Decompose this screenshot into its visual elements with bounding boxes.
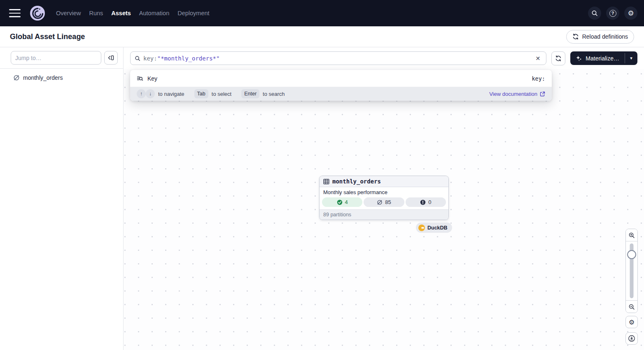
reload-icon (572, 33, 579, 40)
nav-item-overview[interactable]: Overview (56, 10, 81, 16)
lineage-graph-canvas[interactable]: key:"*monthly_orders*" ✕ (124, 47, 644, 350)
graph-toolbar: key:"*monthly_orders*" ✕ (124, 47, 644, 69)
materialized-count-badge[interactable]: 4 (322, 197, 362, 207)
materialize-button[interactable]: Materialize… (570, 51, 625, 65)
collapse-sidebar-button[interactable] (104, 51, 118, 65)
zoom-in-icon (628, 232, 635, 239)
search-query-value: key:"*monthly_orders*" (143, 55, 219, 62)
reload-definitions-button[interactable]: Reload definitions (566, 30, 634, 44)
primary-nav: Overview Runs Assets Automation Deployme… (56, 10, 210, 16)
help-icon[interactable]: ? (606, 7, 619, 20)
hint-search: to search (263, 91, 285, 97)
suggestion-row-key[interactable]: Key key: (130, 70, 552, 87)
zoom-in-button[interactable] (626, 229, 637, 241)
arrow-up-icon[interactable]: ↑ (137, 89, 146, 98)
search-icon[interactable] (588, 7, 601, 20)
refresh-graph-button[interactable] (551, 51, 565, 65)
arrow-down-icon[interactable]: ↓ (146, 89, 155, 98)
download-circle-icon (628, 335, 635, 342)
topnav-actions: ? ⚙ (588, 7, 637, 20)
asset-node-partitions: 89 partitions (320, 209, 448, 220)
tab-key-badge: Tab (194, 89, 208, 98)
asset-sidebar: monthly_orders (0, 47, 124, 350)
zoom-controls (625, 229, 638, 313)
clear-search-icon[interactable]: ✕ (533, 53, 543, 63)
missing-count-badge[interactable]: 85 (364, 197, 404, 207)
search-icon (135, 56, 140, 61)
dagster-logo-icon[interactable] (30, 5, 45, 21)
nav-item-deployment[interactable]: Deployment (177, 10, 209, 16)
graph-settings-button[interactable]: ⚙ (625, 316, 638, 328)
nav-item-automation[interactable]: Automation (139, 10, 169, 16)
hint-navigate: to navigate (158, 91, 184, 97)
sidebar-item-label: monthly_orders (23, 74, 63, 81)
asset-node-monthly-orders[interactable]: monthly_orders Monthly sales performance… (319, 176, 449, 220)
alert-circle-icon (420, 199, 426, 205)
filter-search-icon (137, 75, 143, 82)
duckdb-label: DuckDB (427, 225, 448, 231)
enter-key-badge: Enter (241, 89, 259, 98)
search-suggestions-dropdown: Key key: ↑ ↓ to navigate Tab to select E… (130, 70, 552, 101)
page-header: Global Asset Lineage Reload definitions (0, 26, 644, 47)
reload-definitions-label: Reload definitions (582, 33, 628, 40)
check-circle-icon (337, 199, 343, 205)
settings-gear-icon[interactable]: ⚙ (624, 7, 637, 20)
nav-item-runs[interactable]: Runs (89, 10, 103, 16)
zoom-slider[interactable] (626, 241, 637, 300)
asset-node-badges: 4 85 0 (320, 196, 448, 209)
asset-node-header: monthly_orders (320, 176, 448, 187)
search-hints-bar: ↑ ↓ to navigate Tab to select Enter to s… (130, 87, 552, 101)
missing-circle-icon (377, 199, 383, 205)
caret-down-icon: ▾ (630, 56, 632, 61)
missing-count-value: 85 (385, 199, 391, 205)
suggestion-token: key: (532, 75, 545, 82)
suggestion-label: Key (147, 75, 157, 82)
materialized-count-value: 4 (345, 199, 348, 205)
table-icon (323, 178, 329, 185)
sidebar-jump-row (0, 47, 123, 69)
failed-count-value: 0 (428, 199, 431, 205)
asset-node-description: Monthly sales performance (320, 187, 448, 196)
duckdb-resource-badge[interactable]: DuckDB (416, 223, 452, 233)
download-image-button[interactable] (625, 332, 638, 345)
asset-search-input[interactable]: key:"*monthly_orders*" ✕ (130, 51, 546, 65)
hamburger-menu-icon[interactable] (9, 9, 21, 17)
zoom-out-icon (628, 304, 635, 310)
materialize-label: Materialize… (586, 55, 619, 62)
refresh-icon (555, 55, 562, 62)
failed-count-badge[interactable]: 0 (406, 197, 446, 207)
nav-item-assets[interactable]: Assets (111, 10, 131, 16)
materialize-dropdown-button[interactable]: ▾ (625, 51, 637, 65)
zoom-out-button[interactable] (626, 300, 637, 313)
view-documentation-link[interactable]: View documentation (489, 91, 545, 97)
top-nav: Overview Runs Assets Automation Deployme… (0, 0, 644, 26)
page-title: Global Asset Lineage (10, 32, 85, 41)
gear-icon: ⚙ (629, 318, 635, 326)
sidebar-item-monthly-orders[interactable]: monthly_orders (0, 69, 123, 81)
duckdb-icon (418, 225, 425, 231)
zoom-slider-handle[interactable] (627, 250, 636, 259)
asset-node-title: monthly_orders (332, 178, 381, 185)
sparkle-icon (576, 55, 582, 62)
hint-select: to select (212, 91, 231, 97)
jump-to-input[interactable] (11, 51, 101, 65)
materialize-split-button: Materialize… ▾ (570, 51, 637, 65)
external-link-icon (540, 91, 545, 97)
missing-asset-icon (13, 74, 20, 81)
collapse-panel-icon (108, 55, 114, 60)
